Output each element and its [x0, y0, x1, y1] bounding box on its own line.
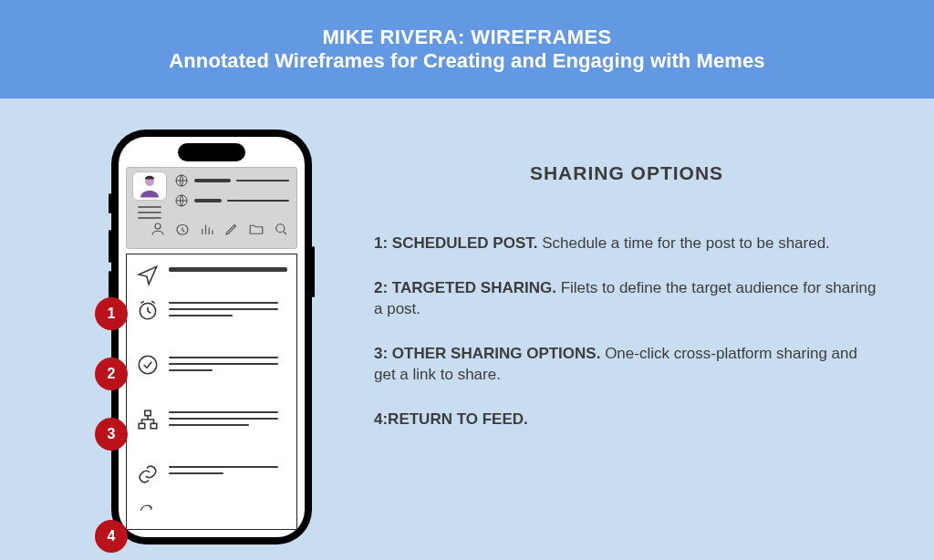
placeholder-line — [169, 363, 278, 365]
annotation-note-4: 4:RETURN TO FEED. — [374, 410, 879, 430]
placeholder-line — [169, 466, 278, 468]
link-icon — [136, 462, 160, 486]
placeholder-line — [169, 418, 278, 420]
targeted-sharing-row — [136, 353, 287, 377]
svg-rect-10 — [150, 423, 157, 428]
link-row — [136, 462, 287, 486]
share-arrow-icon — [136, 500, 158, 518]
section-title: SHARING OPTIONS — [374, 162, 879, 184]
placeholder-line — [194, 199, 222, 202]
scheduled-post-row — [136, 298, 287, 322]
check-circle-icon — [136, 353, 160, 377]
placeholder-line — [227, 200, 289, 202]
svg-point-7 — [139, 356, 157, 374]
annotation-note-2: 2: TARGETED SHARING. Filets to define th… — [374, 278, 879, 320]
note-label: 3: OTHER SHARING OPTIONS. — [374, 345, 605, 362]
placeholder-line — [169, 424, 249, 426]
analytics-icon — [199, 221, 215, 237]
user-icon — [150, 221, 166, 237]
header-title: MIKE RIVERA: WIREFRAMES — [322, 26, 611, 49]
avatar-icon — [136, 172, 163, 200]
annotation-badge-3: 3 — [95, 418, 128, 451]
placeholder-line — [169, 315, 233, 316]
placeholder-line — [169, 308, 278, 310]
svg-point-3 — [155, 223, 161, 229]
menu-icon — [138, 206, 161, 219]
placeholder-line — [169, 411, 278, 413]
clock-icon — [136, 298, 160, 322]
annotation-badge-4: 4 — [95, 520, 128, 553]
svg-point-5 — [276, 224, 285, 233]
pencil-icon — [223, 221, 240, 237]
phone-notch — [178, 143, 245, 161]
paper-plane-icon — [136, 264, 160, 287]
placeholder-line — [194, 179, 231, 182]
note-label: 4:RETURN TO FEED. — [374, 410, 528, 428]
org-chart-icon — [136, 408, 160, 431]
note-label: 2: TARGETED SHARING. — [374, 279, 561, 296]
annotation-badge-2: 2 — [95, 358, 128, 390]
annotation-note-3: 3: OTHER SHARING OPTIONS. One-click cros… — [374, 344, 879, 386]
share-panel — [126, 254, 297, 530]
profile-card — [126, 167, 297, 249]
placeholder-line — [169, 369, 213, 371]
return-to-feed-row — [136, 500, 160, 518]
timer-icon — [174, 221, 191, 237]
other-sharing-row — [136, 408, 287, 431]
phone-side-button — [312, 246, 315, 297]
phone-screen — [119, 137, 305, 537]
placeholder-line — [169, 267, 287, 272]
annotations-panel: SHARING OPTIONS 1: SCHEDULED POST. Sched… — [374, 162, 879, 454]
header-band: MIKE RIVERA: WIREFRAMES Annotated Wirefr… — [0, 0, 934, 99]
svg-rect-9 — [139, 423, 145, 428]
share-header — [136, 264, 287, 287]
globe-icon — [174, 173, 189, 188]
annotation-note-1: 1: SCHEDULED POST. Schedule a time for t… — [374, 233, 879, 254]
annotation-badge-1: 1 — [95, 297, 128, 330]
note-label: 1: SCHEDULED POST. — [374, 234, 542, 252]
header-subtitle: Annotated Wireframes for Creating and En… — [169, 49, 764, 73]
note-text: Schedule a time for the post to be share… — [542, 234, 830, 252]
placeholder-line — [169, 302, 278, 304]
globe-icon — [174, 193, 189, 208]
phone-wireframe — [111, 130, 312, 544]
search-icon — [273, 221, 289, 237]
folder-icon — [248, 221, 265, 237]
placeholder-line — [169, 357, 278, 358]
avatar — [132, 171, 167, 201]
main-stage: 1 2 3 4 — [0, 99, 934, 560]
svg-rect-8 — [145, 410, 151, 415]
placeholder-line — [236, 180, 289, 181]
placeholder-line — [169, 472, 223, 474]
